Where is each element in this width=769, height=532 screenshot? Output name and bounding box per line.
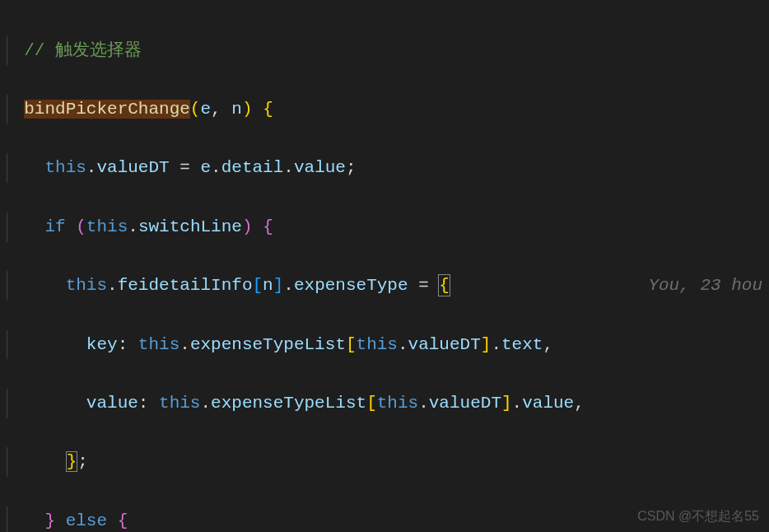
code-line: this.valueDT = e.detail.value; [3,153,769,183]
code-editor[interactable]: // 触发选择器 bindPickerChange(e, n) { this.v… [0,0,769,532]
function-name: bindPickerChange [24,100,190,119]
code-line: value: this.expenseTypeList[this.valueDT… [3,389,769,418]
cursor: { [438,274,450,296]
watermark: CSDN @不想起名55 [637,505,759,527]
comment: // 触发选择器 [24,41,142,60]
code-line: // 触发选择器 [3,36,769,66]
code-line: }; [3,447,769,477]
code-line: bindPickerChange(e, n) { [3,95,769,124]
code-line: if (this.switchLine) { [3,212,769,242]
git-blame: You, 23 hou [648,271,762,301]
code-line: this.feidetailInfo[n].expenseType = {You… [3,271,769,301]
code-line: key: this.expenseTypeList[this.valueDT].… [3,330,769,360]
